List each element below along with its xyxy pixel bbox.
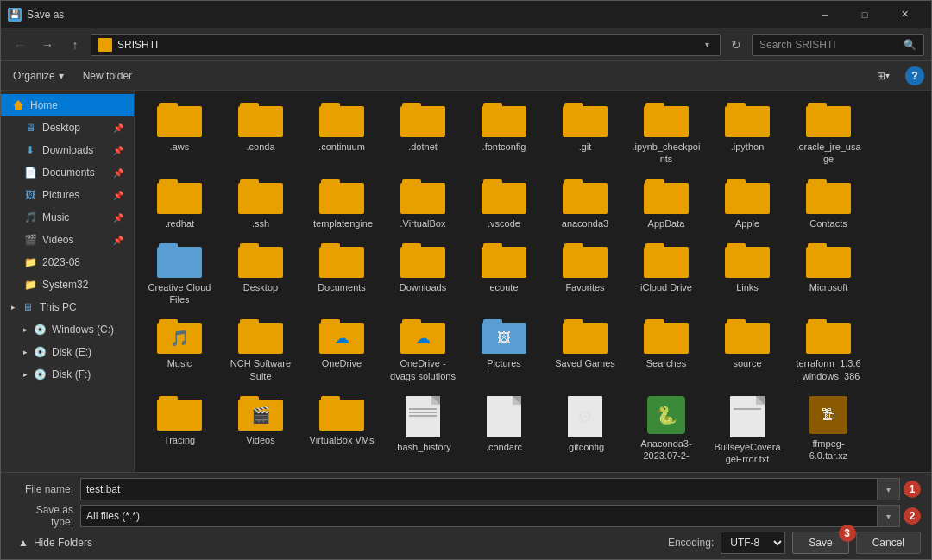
maximize-button[interactable]: □ xyxy=(845,1,885,28)
file-item-source[interactable]: source xyxy=(709,314,785,387)
file-item-downloads-folder[interactable]: Downloads xyxy=(385,238,461,311)
file-item-conda[interactable]: .conda xyxy=(223,98,299,171)
file-item-icloud[interactable]: iCloud Drive xyxy=(628,238,704,311)
sidebar-label-pictures: Pictures xyxy=(42,189,79,201)
filename-dropdown-button[interactable]: ▾ xyxy=(878,478,900,500)
file-item-pictures-folder[interactable]: 🖼 Pictures xyxy=(466,314,542,387)
badge1-wrapper: 1 xyxy=(904,481,921,498)
file-item-onedrive-dvags[interactable]: ☁ OneDrive - dvags solutions xyxy=(385,314,461,387)
file-item-bash-history[interactable]: .bash_history xyxy=(385,391,461,471)
forward-button[interactable]: → xyxy=(35,33,60,57)
organize-button[interactable]: Organize ▾ xyxy=(8,66,69,85)
file-item-onedrive[interactable]: ☁ OneDrive xyxy=(304,314,380,387)
filetype-display[interactable]: All files (*.*) xyxy=(80,505,878,527)
file-item-music-folder[interactable]: 🎵 Music xyxy=(142,314,217,387)
file-item-nch[interactable]: NCH Software Suite xyxy=(223,314,299,387)
file-item-videos-folder[interactable]: 🎬 Videos xyxy=(223,391,299,471)
file-item-virtualbox[interactable]: .VirtualBox xyxy=(385,174,461,235)
sidebar-item-videos[interactable]: 🎬 Videos 📌 xyxy=(1,229,134,251)
file-item-virtualbox-vms[interactable]: VirtualBox VMs xyxy=(304,391,380,471)
filetype-label: Save as type: xyxy=(11,504,80,528)
file-item-anaconda3-exe[interactable]: 🐍 Anaconda3-2023.07-2-Windows-x86_64.exe xyxy=(628,391,704,471)
file-item-condarc[interactable]: .condarc xyxy=(466,391,542,471)
thispc-icon: 🖥 xyxy=(21,300,35,314)
file-item-favorites[interactable]: Favorites xyxy=(547,238,623,311)
file-item-aws[interactable]: .aws xyxy=(142,98,217,171)
file-item-ecoute[interactable]: ecoute xyxy=(466,238,542,311)
file-item-dotnet[interactable]: .dotnet xyxy=(385,98,461,171)
file-item-documents-folder[interactable]: Documents xyxy=(304,238,380,311)
dialog-icon: 💾 xyxy=(8,8,22,22)
sidebar-item-documents[interactable]: 📄 Documents 📌 xyxy=(1,161,134,184)
sidebar-label-documents: Documents xyxy=(42,167,95,179)
organize-dropdown-icon: ▾ xyxy=(59,70,64,82)
file-item-gitconfig[interactable]: ⚙ .gitconfig xyxy=(547,391,623,471)
file-item-apple[interactable]: Apple xyxy=(709,174,785,235)
up-button[interactable]: ↑ xyxy=(63,33,87,57)
file-item-git[interactable]: .git xyxy=(547,98,623,171)
address-dropdown-icon[interactable]: ▾ xyxy=(702,40,713,49)
view-button[interactable]: ⊞ ▾ xyxy=(872,66,895,85)
filename-row: File name: ▾ 1 xyxy=(11,478,921,500)
file-item-redhat[interactable]: .redhat xyxy=(142,174,217,235)
sidebar-item-music[interactable]: 🎵 Music 📌 xyxy=(1,206,134,229)
close-button[interactable]: ✕ xyxy=(885,1,924,28)
view-dropdown-icon: ▾ xyxy=(885,71,890,80)
encoding-label: Encoding: xyxy=(668,537,714,549)
videos-icon: 🎬 xyxy=(23,233,37,247)
sidebar-item-desktop[interactable]: 🖥 Desktop 📌 xyxy=(1,116,134,139)
filename-input[interactable] xyxy=(80,478,878,500)
sidebar-item-system32[interactable]: 📁 System32 xyxy=(1,274,134,296)
file-item-contacts[interactable]: Contacts xyxy=(790,174,866,235)
folder-2023-icon: 📁 xyxy=(23,255,37,269)
sidebar-item-pictures[interactable]: 🖼 Pictures 📌 xyxy=(1,184,134,206)
sidebar-label-music: Music xyxy=(42,211,69,223)
file-item-desktop-folder[interactable]: Desktop xyxy=(223,238,299,311)
file-item-ipynb[interactable]: .ipynb_checkpoints xyxy=(628,98,704,171)
file-item-appdata[interactable]: AppData xyxy=(628,174,704,235)
windows-expand-icon: ▸ xyxy=(23,325,28,334)
file-item-continuum[interactable]: .continuum xyxy=(304,98,380,171)
file-item-saved-games[interactable]: Saved Games xyxy=(547,314,623,387)
hide-folders-button[interactable]: ▲ Hide Folders xyxy=(11,533,99,552)
sidebar-item-2023[interactable]: 📁 2023-08 xyxy=(1,251,134,274)
help-button[interactable]: ? xyxy=(905,66,924,85)
search-placeholder: Search SRISHTI xyxy=(759,39,836,51)
search-bar[interactable]: Search SRISHTI 🔍 xyxy=(752,34,924,56)
cancel-button[interactable]: Cancel xyxy=(856,532,921,554)
refresh-button[interactable]: ↻ xyxy=(724,33,748,57)
sidebar-item-disk-e[interactable]: ▸ 💿 Disk (E:) xyxy=(1,341,134,363)
sidebar-item-thispc[interactable]: ▸ 🖥 This PC xyxy=(1,296,134,318)
file-item-templatengine[interactable]: .templatengine xyxy=(304,174,380,235)
content-area: .aws .conda .continuum .dotnet .fontconf… xyxy=(135,91,931,472)
file-item-ffmpeg[interactable]: 🗜 ffmpeg-6.0.tar.xz xyxy=(790,391,866,471)
sidebar-item-downloads[interactable]: ⬇ Downloads 📌 xyxy=(1,139,134,161)
file-item-bullseye[interactable]: BullseyeCoverageError.txt xyxy=(709,391,785,471)
file-item-searches[interactable]: Searches xyxy=(628,314,704,387)
address-bar[interactable]: SRISHTI ▾ xyxy=(91,34,721,56)
system32-icon: 📁 xyxy=(23,278,37,292)
file-item-microsoft[interactable]: Microsoft xyxy=(790,238,866,311)
file-item-vscode[interactable]: .vscode xyxy=(466,174,542,235)
encoding-select[interactable]: UTF-8 UTF-16 ANSI xyxy=(721,532,785,554)
file-item-ssh[interactable]: .ssh xyxy=(223,174,299,235)
desktop-icon: 🖥 xyxy=(23,121,37,135)
minimize-button[interactable]: ─ xyxy=(805,1,845,28)
file-item-creative-cloud[interactable]: Creative Cloud Files xyxy=(142,238,217,311)
file-item-ipython[interactable]: .ipython xyxy=(709,98,785,171)
sidebar-item-disk-f[interactable]: ▸ 💿 Disk (F:) xyxy=(1,363,134,386)
sidebar: Home 🖥 Desktop 📌 ⬇ Downloads 📌 📄 Documen… xyxy=(1,91,135,472)
file-item-links[interactable]: Links xyxy=(709,238,785,311)
bottom-actions: ▲ Hide Folders Encoding: UTF-8 UTF-16 AN… xyxy=(11,532,921,554)
file-item-anaconda3[interactable]: anaconda3 xyxy=(547,174,623,235)
back-button[interactable]: ← xyxy=(8,33,32,57)
file-item-tracing[interactable]: Tracing xyxy=(142,391,217,471)
filetype-dropdown-button[interactable]: ▾ xyxy=(878,505,900,527)
file-item-oracle[interactable]: .oracle_jre_usage xyxy=(790,98,866,171)
file-item-fontconfig[interactable]: .fontconfig xyxy=(466,98,542,171)
new-folder-button[interactable]: New folder xyxy=(76,66,139,85)
sidebar-item-windows-c[interactable]: ▸ 💿 Windows (C:) xyxy=(1,318,134,341)
file-item-terraform-folder[interactable]: terraform_1.3.6_windows_386 xyxy=(790,314,866,387)
sidebar-item-home[interactable]: Home xyxy=(1,94,134,116)
dialog-title: Save as xyxy=(27,9,805,21)
